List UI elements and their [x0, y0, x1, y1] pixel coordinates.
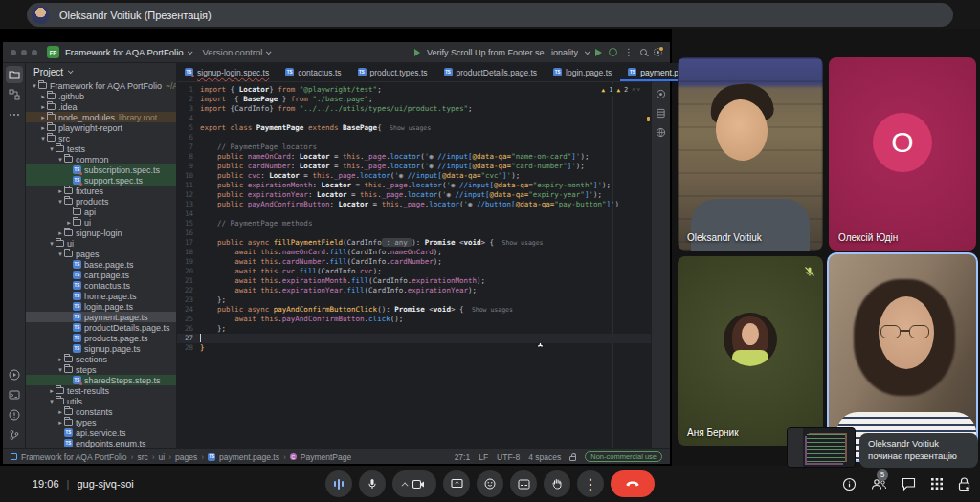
breadcrumb-item[interactable]: Framework for AQA PortFolio: [21, 452, 127, 462]
presentation-toast[interactable]: Oleksandr Voitiuk починає презентацію: [787, 427, 978, 468]
editor-tab-contactus.ts[interactable]: TScontactus.ts: [278, 63, 349, 81]
chevron-collapsed-icon[interactable]: ▸: [39, 124, 47, 132]
tree-item-productDetails.page.ts[interactable]: TSproductDetails.page.ts: [26, 322, 176, 333]
tree-item-endpoints.enum.ts[interactable]: TSendpoints.enum.ts: [26, 438, 176, 448]
tree-item-contactus.ts[interactable]: TScontactus.ts: [26, 280, 176, 291]
chevron-expanded-icon[interactable]: ▾: [31, 82, 38, 90]
breadcrumb-item[interactable]: payment.page.ts: [219, 452, 279, 462]
chevron-collapsed-icon[interactable]: ▸: [39, 93, 47, 100]
chevron-expanded-icon[interactable]: ▾: [56, 251, 64, 258]
tree-item-constants[interactable]: ▸constants: [26, 406, 176, 417]
chevron-expanded-icon[interactable]: ▾: [39, 135, 47, 142]
participant-tile-oleksandr[interactable]: Oleksandr Voitiuk: [678, 57, 823, 251]
host-controls-button[interactable]: [958, 477, 970, 491]
tree-item-subscription.spec.ts[interactable]: TSsubscription.spec.ts: [26, 164, 176, 175]
breadcrumb-item[interactable]: pages: [175, 452, 197, 462]
license-badge[interactable]: Non-commercial use: [585, 451, 662, 462]
chevron-collapsed-icon[interactable]: ▸: [39, 103, 47, 111]
chevron-collapsed-icon[interactable]: ▸: [39, 114, 47, 121]
more-options-button[interactable]: ⋮: [577, 470, 604, 497]
project-panel-header[interactable]: Project: [26, 63, 176, 80]
breadcrumb-item[interactable]: PaymentPage: [301, 452, 351, 462]
end-call-button[interactable]: [611, 470, 655, 497]
database-icon[interactable]: [654, 105, 669, 120]
run-button[interactable]: [595, 49, 602, 56]
version-control-menu-button[interactable]: Version control: [203, 47, 271, 57]
tree-item-login.page.ts[interactable]: TSlogin.page.ts: [26, 301, 176, 312]
project-menu-button[interactable]: Framework for AQA PortFolio: [65, 47, 191, 57]
readonly-lock-icon[interactable]: [569, 456, 576, 461]
version-control-tool-icon[interactable]: [6, 426, 23, 444]
chevron-expanded-icon[interactable]: ▾: [48, 398, 56, 405]
tree-item-payment.page.ts[interactable]: TSpayment.page.ts: [26, 312, 176, 322]
present-screen-button[interactable]: [443, 470, 470, 497]
breadcrumb-item[interactable]: ui: [159, 452, 166, 462]
chat-button[interactable]: [902, 477, 916, 491]
microphone-button[interactable]: [359, 470, 386, 497]
chevron-expanded-icon[interactable]: ▾: [56, 198, 64, 206]
tree-item-products.page.ts[interactable]: TSproducts.page.ts: [26, 333, 176, 343]
tree-item-src[interactable]: ▾src: [26, 133, 176, 143]
chevron-up-icon[interactable]: [402, 482, 409, 489]
terminal-tool-icon[interactable]: [6, 386, 23, 404]
tree-item-tests[interactable]: ▾tests: [26, 143, 176, 154]
indent-setting[interactable]: 4 spaces: [528, 452, 561, 462]
project-tool-icon[interactable]: [6, 66, 23, 83]
tree-item-signup-login[interactable]: ▸signup-login: [26, 228, 176, 238]
tree-item-node_modules[interactable]: ▸node_moduleslibrary root: [26, 112, 176, 122]
people-button[interactable]: 5: [871, 478, 887, 491]
gradle-icon[interactable]: [654, 124, 669, 140]
chevron-expanded-icon[interactable]: ▾: [56, 366, 64, 374]
tree-item-products[interactable]: ▾products: [26, 196, 176, 207]
tree-item-home.page.ts[interactable]: TShome.page.ts: [26, 291, 176, 301]
more-actions-icon[interactable]: ⋮: [624, 48, 634, 57]
camera-button[interactable]: [392, 470, 436, 497]
settings-gear-icon[interactable]: [654, 48, 662, 56]
run-tool-icon[interactable]: [6, 366, 23, 383]
search-everywhere-icon[interactable]: [640, 49, 647, 55]
ai-assistant-icon[interactable]: [654, 86, 669, 101]
chevron-collapsed-icon[interactable]: ▸: [48, 387, 56, 395]
tree-item-pages[interactable]: ▾pages: [26, 249, 176, 259]
tree-item-signup.page.ts[interactable]: TSsignup.page.ts: [26, 343, 176, 354]
run-config-selector[interactable]: Verify Scroll Up from Footer se...ionali…: [427, 48, 578, 57]
info-button[interactable]: [842, 477, 857, 491]
line-ending[interactable]: LF: [479, 452, 488, 462]
tree-item-ui[interactable]: ▾ui: [26, 238, 176, 249]
participant-tile-oleksii[interactable]: O Олексій Юдін: [829, 57, 976, 251]
window-controls[interactable]: [11, 50, 37, 55]
more-tools-icon[interactable]: [6, 106, 23, 123]
tree-item-ui[interactable]: ▸ui: [26, 217, 176, 228]
editor-tab-product.types.ts[interactable]: TSproduct.types.ts: [350, 63, 436, 81]
code-editor[interactable]: ▲1 ▲2 ˄˅ 1import { Locator} from "@playw…: [177, 82, 651, 448]
tree-item-api[interactable]: api: [26, 207, 176, 217]
encoding[interactable]: UTF-8: [497, 452, 520, 462]
tree-item-utils[interactable]: ▾utils: [26, 396, 176, 406]
tree-item-support.spec.ts[interactable]: TSsupport.spec.ts: [26, 175, 176, 186]
captions-button[interactable]: [510, 470, 537, 497]
presentation-thumbnail[interactable]: [787, 427, 856, 468]
activities-button[interactable]: [930, 477, 944, 491]
tree-item-playwright-report[interactable]: ▸playwright-report: [26, 122, 176, 133]
tree-item-api.service.ts[interactable]: TSapi.service.ts: [26, 427, 176, 438]
chevron-collapsed-icon[interactable]: ▸: [56, 229, 64, 237]
tree-item-Framework for AQA PortFolio[interactable]: ▾Framework for AQA PortFolio~/AquaProjec…: [26, 80, 176, 91]
tree-item-steps[interactable]: ▾steps: [26, 364, 176, 375]
problems-tool-icon[interactable]: [6, 406, 23, 424]
reactions-button[interactable]: [477, 470, 503, 497]
caret-position[interactable]: 27:1: [455, 452, 471, 462]
chevron-collapsed-icon[interactable]: ▸: [56, 356, 64, 363]
tree-item-sharedSteps.step.ts[interactable]: TSsharedSteps.step.ts: [26, 375, 176, 385]
chevron-expanded-icon[interactable]: ▾: [48, 240, 56, 248]
tree-item-cart.page.ts[interactable]: TScart.page.ts: [26, 270, 176, 280]
tree-item-fixtures[interactable]: ▸fixtures: [26, 186, 176, 196]
editor-tab-login.page.ts[interactable]: TSlogin.page.ts: [546, 63, 620, 81]
chevron-expanded-icon[interactable]: ▾: [56, 156, 64, 164]
breadcrumb-item[interactable]: src: [137, 452, 147, 462]
tree-item-sections[interactable]: ▸sections: [26, 354, 176, 364]
presentation-banner[interactable]: Oleksandr Voitiuk (Презентація): [27, 3, 953, 27]
coverage-button[interactable]: [609, 48, 617, 56]
raise-hand-button[interactable]: [544, 470, 570, 497]
chevron-collapsed-icon[interactable]: ▸: [56, 419, 64, 426]
participant-tile-ania[interactable]: Аня Берник: [678, 256, 823, 446]
